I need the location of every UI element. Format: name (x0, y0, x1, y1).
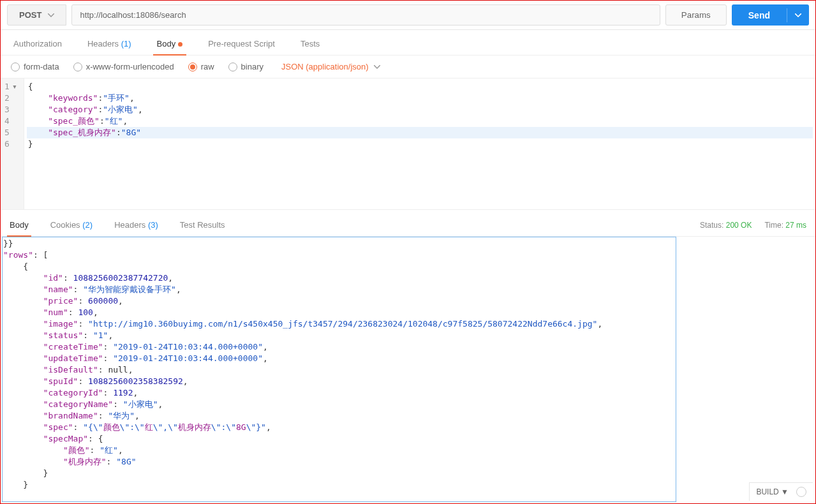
chevron-down-icon (48, 13, 54, 17)
radio-icon (73, 63, 82, 71)
request-tabs: Authorization Headers (1) Body Pre-reque… (1, 30, 815, 56)
request-body-editor[interactable]: 1▾2 3 4 5 6 { "keywords":"手环", "category… (1, 78, 815, 210)
body-type-options: form-data x-www-form-urlencoded raw bina… (1, 56, 815, 78)
resp-tab-headers[interactable]: Headers (3) (112, 214, 161, 236)
radio-form-data[interactable]: form-data (11, 62, 59, 71)
radio-urlencoded-label: x-www-form-urlencoded (86, 62, 174, 71)
resp-cookies-label: Cookies (50, 220, 80, 230)
editor-gutter: 1▾2 3 4 5 6 (1, 78, 24, 209)
content-type-label: JSON (application/json) (281, 62, 369, 71)
radio-icon (228, 63, 237, 71)
app-root: POST Params Send Authorization Headers (… (0, 0, 816, 504)
footer-toolbar: BUILD ▼ (749, 482, 813, 501)
chevron-down-icon (374, 65, 380, 69)
modified-dot-icon (178, 42, 182, 47)
http-method-label: POST (19, 10, 41, 20)
send-button[interactable]: Send (732, 5, 787, 26)
send-dropdown[interactable] (787, 8, 809, 22)
headers-count: (1) (121, 39, 131, 48)
radio-icon (11, 63, 20, 71)
tab-tests[interactable]: Tests (297, 30, 323, 55)
radio-form-data-label: form-data (24, 62, 59, 71)
tab-body-label: Body (157, 39, 176, 48)
time-value: 27 ms (785, 221, 806, 230)
cookies-count: (2) (82, 220, 93, 230)
request-bar: POST Params Send (1, 1, 815, 30)
status-display: Status: 200 OK (700, 221, 752, 230)
response-tabs: Body Cookies (2) Headers (3) Test Result… (7, 214, 228, 236)
lightbulb-icon[interactable] (796, 487, 806, 497)
build-label: BUILD (756, 487, 778, 496)
time-label: Time: (764, 221, 783, 230)
time-display: Time: 27 ms (764, 221, 806, 230)
send-button-group: Send (732, 4, 809, 26)
tab-headers[interactable]: Headers (1) (84, 30, 135, 55)
build-button[interactable]: BUILD ▼ (756, 487, 789, 496)
response-body[interactable]: }}"rows": [ { "id": 1088256002387742720,… (1, 237, 815, 503)
response-tabs-row: Body Cookies (2) Headers (3) Test Result… (1, 210, 815, 237)
editor-code-area[interactable]: { "keywords":"手环", "category":"小家电", "sp… (24, 78, 815, 209)
radio-binary[interactable]: binary (228, 62, 263, 71)
radio-binary-label: binary (241, 62, 263, 71)
params-button[interactable]: Params (665, 4, 727, 26)
resp-tab-tests[interactable]: Test Results (177, 214, 228, 236)
radio-raw-label: raw (201, 62, 214, 71)
radio-urlencoded[interactable]: x-www-form-urlencoded (73, 62, 174, 71)
tab-prerequest[interactable]: Pre-request Script (204, 30, 279, 55)
http-method-select[interactable]: POST (7, 4, 66, 26)
url-input[interactable] (71, 4, 660, 26)
resp-headers-label: Headers (114, 220, 145, 230)
resp-tab-cookies[interactable]: Cookies (2) (48, 214, 95, 236)
tab-body[interactable]: Body (153, 30, 187, 55)
radio-raw[interactable]: raw (188, 62, 214, 71)
tab-authorization[interactable]: Authorization (10, 30, 66, 55)
response-container: }}"rows": [ { "id": 1088256002387742720,… (1, 237, 815, 503)
tab-headers-label: Headers (87, 39, 119, 48)
radio-icon (188, 63, 197, 71)
resp-tab-body[interactable]: Body (7, 214, 31, 236)
content-type-select[interactable]: JSON (application/json) (281, 62, 380, 71)
resp-headers-count: (3) (148, 220, 158, 230)
response-meta: Status: 200 OK Time: 27 ms (700, 221, 809, 230)
status-label: Status: (700, 221, 723, 230)
status-value: 200 OK (726, 221, 752, 230)
